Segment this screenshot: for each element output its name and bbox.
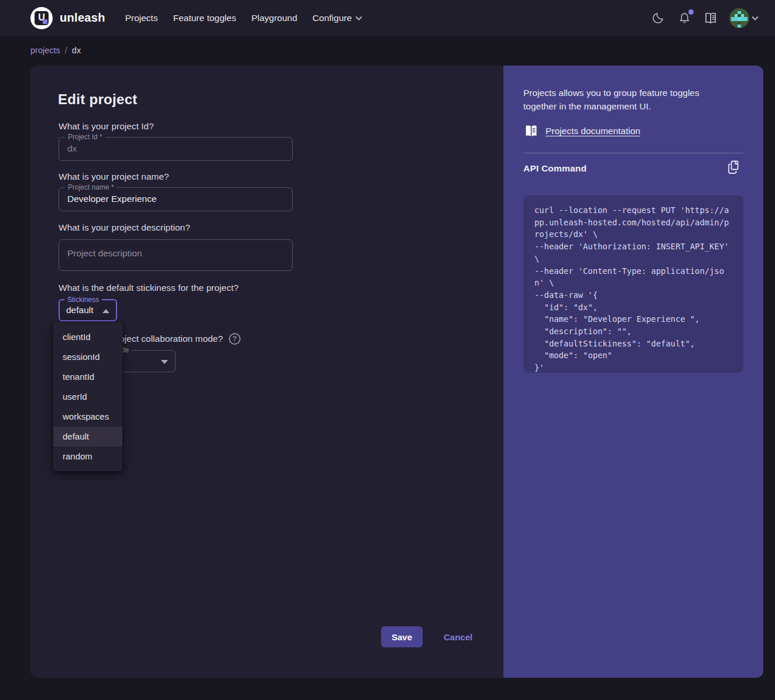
divider bbox=[523, 153, 743, 153]
menu-item-random[interactable]: random bbox=[53, 447, 122, 466]
copy-button[interactable] bbox=[726, 159, 742, 176]
stickiness-label: Stickiness bbox=[64, 296, 102, 304]
select-arrow-up-icon bbox=[102, 309, 109, 313]
nav-item-playground[interactable]: Playground bbox=[251, 13, 297, 23]
menu-item-tenantid[interactable]: tenantId bbox=[53, 367, 122, 387]
info-sidebar: Projects allows you to group feature tog… bbox=[503, 66, 763, 678]
select-arrow-down-icon bbox=[161, 360, 168, 364]
top-navbar: U unleash Projects Feature toggles Playg… bbox=[0, 0, 775, 36]
notification-dot bbox=[688, 9, 694, 15]
project-id-label: Project Id * bbox=[65, 133, 105, 141]
sidebar-description: Projects allows you to group feature tog… bbox=[523, 86, 729, 113]
menu-item-clientid[interactable]: clientId bbox=[53, 327, 122, 347]
project-description-input[interactable]: Project description bbox=[59, 239, 293, 271]
save-button[interactable]: Save bbox=[381, 626, 423, 647]
breadcrumb-projects[interactable]: projects bbox=[30, 46, 60, 55]
brand-name: unleash bbox=[60, 11, 105, 25]
breadcrumb: projects / dx bbox=[30, 46, 81, 55]
menu-item-userid[interactable]: userId bbox=[53, 387, 122, 407]
stickiness-select[interactable]: Stickiness default bbox=[59, 299, 117, 321]
dark-mode-toggle[interactable] bbox=[650, 11, 666, 26]
docs-button[interactable] bbox=[703, 11, 718, 26]
cancel-button[interactable]: Cancel bbox=[434, 626, 482, 647]
stickiness-dropdown-menu: clientId sessionId tenantId userId works… bbox=[53, 322, 122, 471]
breadcrumb-separator: / bbox=[65, 46, 67, 55]
nav-item-configure[interactable]: Configure bbox=[313, 13, 362, 23]
user-menu[interactable] bbox=[729, 8, 759, 28]
avatar bbox=[729, 8, 749, 28]
projects-documentation-link[interactable]: Projects documentation bbox=[523, 125, 640, 138]
navbar-actions bbox=[650, 8, 759, 28]
nav-item-projects[interactable]: Projects bbox=[125, 13, 158, 23]
unleash-logo-icon: U bbox=[30, 7, 53, 29]
copy-icon bbox=[728, 160, 740, 174]
project-id-input[interactable]: Project Id * dx bbox=[59, 137, 293, 161]
help-icon[interactable]: ? bbox=[229, 333, 241, 345]
moon-icon bbox=[651, 12, 664, 25]
edit-project-form: Edit project What is your project Id? Pr… bbox=[30, 66, 503, 678]
chevron-down-icon bbox=[752, 16, 759, 20]
book-icon bbox=[704, 12, 718, 24]
menu-item-default[interactable]: default bbox=[53, 427, 122, 447]
doc-link-label: Projects documentation bbox=[546, 126, 640, 136]
book-icon bbox=[523, 125, 539, 138]
api-command-code[interactable]: curl --location --request PUT 'https://a… bbox=[523, 195, 743, 373]
edit-project-panel: Edit project What is your project Id? Pr… bbox=[30, 66, 763, 678]
project-name-question: What is your project name? bbox=[59, 171, 169, 182]
notifications-button[interactable] bbox=[677, 11, 692, 26]
project-name-input[interactable]: Project name * Developer Experience bbox=[59, 187, 293, 211]
chevron-down-icon bbox=[355, 16, 362, 20]
stickiness-question: What is the default stickiness for the p… bbox=[59, 283, 239, 293]
brand[interactable]: U unleash bbox=[30, 7, 105, 29]
nav-item-feature-toggles[interactable]: Feature toggles bbox=[173, 13, 236, 23]
project-id-question: What is your project Id? bbox=[59, 121, 154, 132]
breadcrumb-current: dx bbox=[72, 46, 81, 55]
primary-nav: Projects Feature toggles Playground Conf… bbox=[125, 13, 362, 23]
project-description-placeholder: Project description bbox=[59, 240, 292, 259]
project-description-question: What is your project description? bbox=[59, 222, 190, 233]
api-command-title: API Command bbox=[523, 163, 587, 174]
menu-item-sessionid[interactable]: sessionId bbox=[53, 347, 122, 367]
page-title: Edit project bbox=[58, 91, 138, 108]
project-name-label: Project name * bbox=[65, 183, 117, 191]
menu-item-workspaces[interactable]: workspaces bbox=[53, 407, 122, 427]
